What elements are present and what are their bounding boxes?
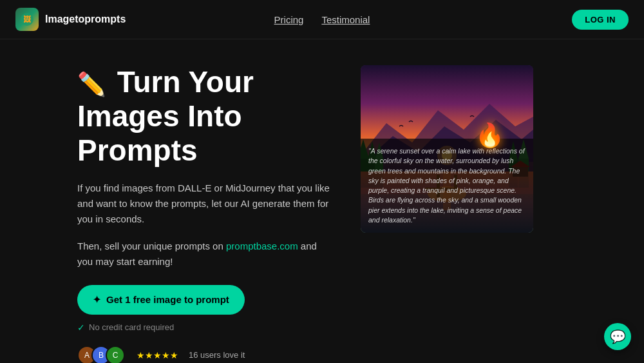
hero-description: If you find images from DALL-E or MidJou… <box>77 181 335 227</box>
nav-pricing[interactable]: Pricing <box>274 14 304 25</box>
hero-image: 🔥 "A serene sunset over a calm lake with… <box>361 65 533 233</box>
users-count: 16 users love it <box>189 350 245 360</box>
cta-button[interactable]: ✦ Get 1 free image to prompt <box>77 285 245 315</box>
chat-icon: 💬 <box>610 329 626 344</box>
star-rating: ★★★★★ <box>137 350 178 360</box>
hero-section: ✏️ Turn Your Images Into Prompts If you … <box>0 39 644 363</box>
image-text-overlay: "A serene sunset over a calm lake with r… <box>361 139 533 233</box>
no-credit-card-notice: ✓ No credit card required <box>77 322 335 333</box>
avatar-3: C <box>106 346 125 363</box>
nav-right: LOG IN <box>370 10 629 30</box>
hero-image-block: 🔥 "A serene sunset over a calm lake with… <box>361 65 541 233</box>
navbar: 🖼 Imagetoprompts Pricing Testimonial LOG… <box>0 0 644 39</box>
social-proof: A B C ★★★★★ 16 users love it <box>77 346 335 363</box>
pencil-icon: ✏️ <box>77 71 106 97</box>
check-icon: ✓ <box>77 322 85 333</box>
logo[interactable]: 🖼 Imagetoprompts <box>15 8 274 31</box>
logo-text: Imagetoprompts <box>45 14 126 25</box>
hero-left: ✏️ Turn Your Images Into Prompts If you … <box>77 65 335 363</box>
chat-bubble[interactable]: 💬 <box>604 323 631 350</box>
hero-title: ✏️ Turn Your Images Into Prompts <box>77 65 335 168</box>
cta-icon: ✦ <box>93 294 101 306</box>
nav-testimonial[interactable]: Testimonial <box>321 14 370 25</box>
hero-description2: Then, sell your unique prompts on prompt… <box>77 239 335 270</box>
svg-text:🖼: 🖼 <box>23 15 31 24</box>
promptbase-link[interactable]: promptbase.com <box>226 240 298 251</box>
logo-icon: 🖼 <box>15 8 39 31</box>
nav-links: Pricing Testimonial <box>274 14 370 25</box>
login-button[interactable]: LOG IN <box>572 10 629 30</box>
cta-label: Get 1 free image to prompt <box>106 294 229 305</box>
flame-icon: 🔥 <box>475 122 504 149</box>
avatar-group: A B C <box>77 346 120 363</box>
